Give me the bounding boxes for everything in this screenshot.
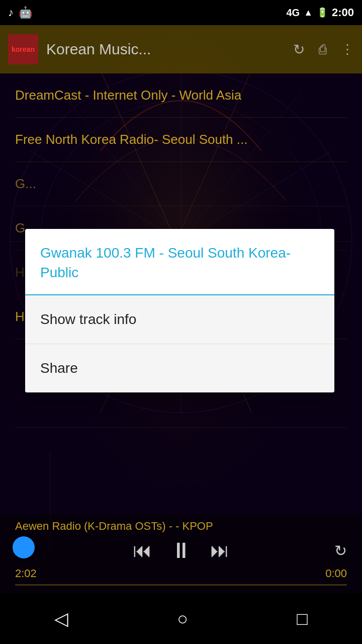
app-logo: korean [8,34,38,64]
more-vertical-icon[interactable]: ⋮ [341,42,354,57]
show-track-info-item[interactable]: Show track info [25,295,334,344]
battery-icon: 🔋 [317,7,328,18]
context-menu-overlay[interactable]: Gwanak 100.3 FM - Seoul South Korea- Pub… [0,0,362,644]
status-left-icons: ♪ 🤖 [8,6,32,19]
android-icon: 🤖 [19,6,32,19]
nav-bar: ◁ ○ □ [0,594,362,644]
app-title: Korean Music... [46,41,293,58]
network-label: 4G [286,7,300,19]
share-icon[interactable]: ⎙ [319,42,327,57]
status-right-icons: 4G ▲ 🔋 2:00 [286,6,354,19]
music-icon: ♪ [8,6,14,19]
home-button[interactable]: ○ [177,608,188,629]
share-item[interactable]: Share [25,344,334,392]
time-display: 2:00 [332,6,354,19]
app-bar-actions: ↻ ⎙ ⋮ [293,41,354,58]
back-button[interactable]: ◁ [54,608,68,629]
context-menu: Gwanak 100.3 FM - Seoul South Korea- Pub… [25,229,334,392]
status-bar: ♪ 🤖 4G ▲ 🔋 2:00 [0,0,362,25]
app-bar: korean Korean Music... ↻ ⎙ ⋮ [0,25,362,73]
context-menu-title: Gwanak 100.3 FM - Seoul South Korea- Pub… [40,243,319,282]
refresh-icon[interactable]: ↻ [293,41,305,58]
context-menu-header: Gwanak 100.3 FM - Seoul South Korea- Pub… [25,229,334,295]
recents-button[interactable]: □ [297,608,308,629]
signal-icon: ▲ [304,8,313,18]
